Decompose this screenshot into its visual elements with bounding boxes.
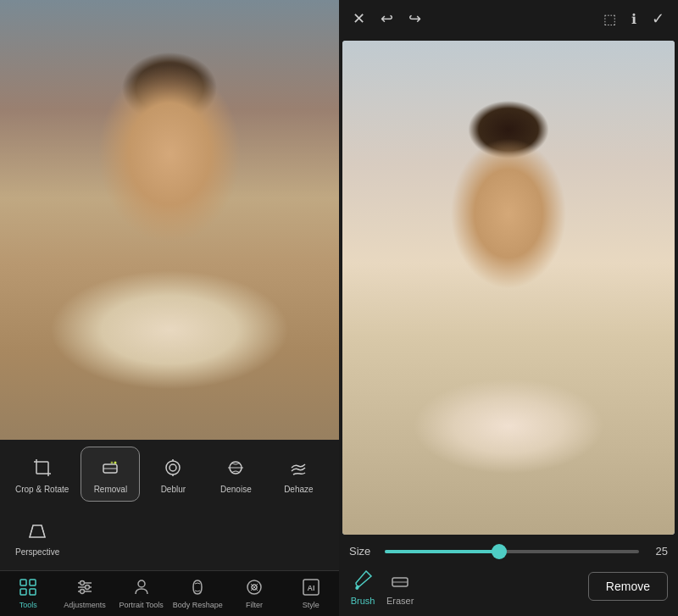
left-photo <box>0 0 339 440</box>
close-icon[interactable]: ✕ <box>353 9 365 28</box>
size-slider-track <box>385 550 639 553</box>
svg-point-26 <box>81 590 85 594</box>
right-photo <box>342 41 675 535</box>
confirm-icon[interactable]: ✓ <box>652 9 664 28</box>
removal-icon <box>97 454 124 481</box>
crop-rotate-icon <box>29 454 56 481</box>
nav-item-filter[interactable]: Filter <box>226 576 283 609</box>
undo-icon[interactable]: ↩ <box>381 9 393 28</box>
remove-button[interactable]: Remove <box>588 572 668 601</box>
body-reshape-nav-icon <box>186 576 208 598</box>
svg-point-9 <box>170 464 176 471</box>
svg-rect-19 <box>20 589 26 595</box>
portrait-tools-nav-icon <box>131 576 153 598</box>
svg-point-24 <box>81 581 85 585</box>
svg-point-27 <box>138 580 145 587</box>
tool-item-dehaze[interactable]: Dehaze <box>269 447 328 501</box>
svg-point-7 <box>114 462 117 464</box>
deblur-icon <box>159 454 186 481</box>
nav-item-style[interactable]: AI Style <box>282 576 339 609</box>
tool-item-deblur[interactable]: Deblur <box>143 447 203 501</box>
svg-line-16 <box>42 525 45 537</box>
svg-line-15 <box>30 525 33 537</box>
size-row: Size 25 <box>349 545 668 558</box>
eraser-tool[interactable]: Eraser <box>386 566 414 606</box>
brush-icon <box>349 566 376 593</box>
right-panel: ✕ ↩ ↪ ⬚ ℹ ✓ Size <box>339 0 678 616</box>
svg-rect-0 <box>36 462 48 474</box>
nav-item-tools-label: Tools <box>19 601 37 609</box>
nav-item-adjustments[interactable]: Adjustments <box>57 576 114 609</box>
size-slider[interactable] <box>385 550 639 553</box>
tool-item-denoise[interactable]: Denoise <box>206 447 265 501</box>
tool-options-area: Crop & Rotate Removal <box>0 440 339 570</box>
right-top-bar: ✕ ↩ ↪ ⬚ ℹ ✓ <box>339 0 678 37</box>
tools-nav-icon <box>17 576 39 598</box>
redo-icon[interactable]: ↪ <box>408 9 421 28</box>
nav-item-body-reshape-label: Body Reshape <box>173 601 223 609</box>
perspective-icon <box>24 517 51 544</box>
tool-item-denoise-label: Denoise <box>220 485 252 494</box>
right-bottom-controls: Size 25 Brush <box>339 538 678 616</box>
nav-item-style-label: Style <box>303 601 320 609</box>
tool-item-removal[interactable]: Removal <box>81 447 140 502</box>
selection-icon[interactable]: ⬚ <box>603 11 616 27</box>
top-bar-right: ⬚ ℹ ✓ <box>603 9 664 28</box>
size-slider-fill <box>385 550 499 553</box>
svg-point-25 <box>86 585 90 590</box>
filter-nav-icon <box>243 576 265 598</box>
top-bar-left: ✕ ↩ ↪ <box>353 9 421 28</box>
info-icon[interactable]: ℹ <box>631 11 636 27</box>
svg-rect-18 <box>30 580 36 585</box>
tool-item-dehaze-label: Dehaze <box>284 485 313 494</box>
nav-item-body-reshape[interactable]: Body Reshape <box>170 576 226 609</box>
style-nav-icon: AI <box>300 576 322 598</box>
tool-options-row: Crop & Rotate Removal <box>0 440 339 507</box>
tool-item-perspective-label: Perspective <box>15 547 59 557</box>
eraser-icon <box>386 566 414 593</box>
bottom-nav: Tools Adjustments <box>0 570 339 616</box>
bottom-tool-row: Brush Eraser Remove <box>349 566 668 606</box>
svg-point-8 <box>166 461 180 474</box>
size-value: 25 <box>647 545 668 558</box>
size-label: Size <box>349 545 376 558</box>
nav-item-adjustments-label: Adjustments <box>64 601 106 609</box>
tool-item-perspective[interactable]: Perspective <box>7 510 68 563</box>
left-panel: Crop & Rotate Removal <box>0 0 339 616</box>
adjustments-nav-icon <box>74 576 96 598</box>
tool-item-deblur-label: Deblur <box>161 485 186 494</box>
nav-item-filter-label: Filter <box>246 601 263 609</box>
svg-rect-20 <box>30 589 36 595</box>
eraser-label: Eraser <box>386 596 414 606</box>
tool-item-removal-label: Removal <box>94 485 127 494</box>
svg-text:AI: AI <box>307 584 314 592</box>
size-slider-thumb[interactable] <box>492 544 507 559</box>
perspective-row: Perspective <box>0 507 339 570</box>
dehaze-icon <box>285 454 312 481</box>
brush-label: Brush <box>351 596 375 606</box>
svg-rect-17 <box>20 580 26 585</box>
nav-item-portrait-tools[interactable]: Portrait Tools <box>113 576 170 609</box>
nav-item-tools[interactable]: Tools <box>0 576 57 609</box>
tool-item-crop-rotate-label: Crop & Rotate <box>15 485 69 494</box>
nav-item-portrait-tools-label: Portrait Tools <box>119 601 164 609</box>
svg-marker-14 <box>30 525 45 537</box>
denoise-icon <box>222 454 249 481</box>
tool-item-crop-rotate[interactable]: Crop & Rotate <box>7 447 77 501</box>
brush-tool[interactable]: Brush <box>349 566 376 606</box>
